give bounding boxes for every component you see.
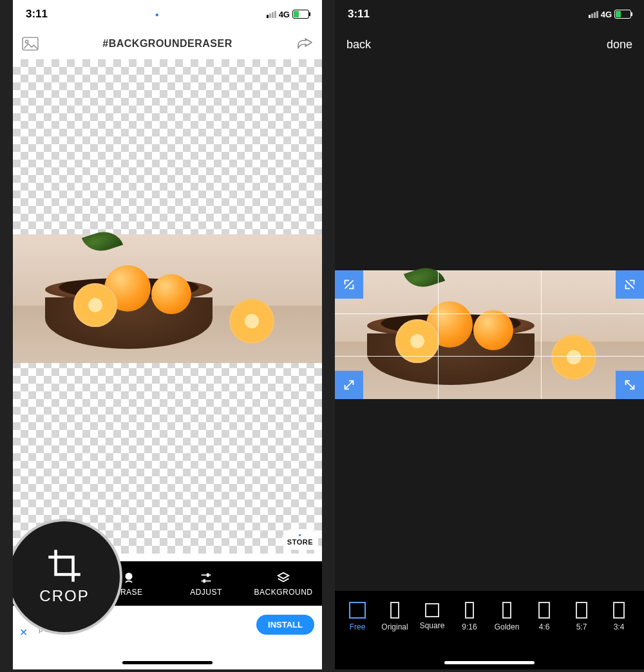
status-network: 4G bbox=[279, 10, 290, 19]
crop-icon bbox=[47, 548, 82, 583]
status-time: 3:11 bbox=[26, 8, 48, 21]
status-right: 4G bbox=[267, 10, 309, 19]
ratio-icon bbox=[502, 602, 511, 619]
svg-rect-3 bbox=[207, 574, 209, 577]
crop-handle-bottom-left[interactable] bbox=[335, 371, 363, 399]
ratio-icon bbox=[465, 602, 474, 619]
battery-icon bbox=[614, 10, 631, 19]
ratio-icon bbox=[349, 602, 366, 619]
crop-nav: back done bbox=[335, 28, 644, 61]
ratio-icon bbox=[425, 603, 439, 617]
crop-image-area[interactable] bbox=[335, 270, 644, 399]
tab-label: ADJUST bbox=[190, 588, 222, 597]
screenshot-left: 3:11 ● 4G #BACKGROUNDERASER bbox=[13, 0, 322, 669]
ratio-label: 4:6 bbox=[539, 622, 550, 631]
ratio-golden[interactable]: Golden bbox=[488, 602, 526, 631]
image-icon bbox=[22, 37, 39, 51]
ratio-free[interactable]: Free bbox=[339, 602, 376, 631]
ratio-label: 3:4 bbox=[614, 622, 625, 631]
layers-icon bbox=[276, 571, 290, 585]
ratio-icon bbox=[576, 602, 587, 619]
share-button[interactable] bbox=[295, 35, 314, 52]
status-right: 4G bbox=[589, 10, 631, 19]
tab-background[interactable]: BACKGROUND bbox=[245, 561, 322, 606]
app-title: #BACKGROUNDERASER bbox=[102, 38, 232, 50]
crop-handle-bottom-right[interactable] bbox=[616, 371, 644, 399]
status-bar: 3:11 ● 4G bbox=[13, 0, 322, 28]
erase-icon bbox=[122, 571, 136, 585]
tab-label: BACKGROUND bbox=[254, 588, 312, 597]
crop-handle-top-left[interactable] bbox=[335, 270, 363, 299]
home-indicator[interactable] bbox=[444, 661, 535, 664]
recording-dot-icon: ● bbox=[155, 11, 159, 18]
battery-icon bbox=[292, 10, 309, 19]
ratio-icon bbox=[613, 602, 625, 619]
svg-rect-4 bbox=[203, 579, 205, 583]
ratio-label: Golden bbox=[495, 622, 520, 631]
ad-close-icon[interactable]: ✕ bbox=[19, 626, 28, 639]
home-indicator[interactable] bbox=[122, 661, 213, 664]
editor-canvas[interactable]: STORE bbox=[13, 59, 322, 554]
aspect-ratio-bar[interactable]: Free Original Square 9:16 Golden 4:6 bbox=[335, 591, 644, 642]
screenshot-right: 3:11 4G back done bbox=[335, 0, 644, 669]
crop-callout-label: CROP bbox=[39, 587, 89, 605]
signal-icon bbox=[267, 11, 276, 18]
ratio-label: Free bbox=[350, 622, 366, 631]
ratio-5-7[interactable]: 5:7 bbox=[563, 602, 600, 631]
back-button[interactable]: back bbox=[346, 38, 371, 51]
image-on-canvas[interactable] bbox=[13, 234, 322, 363]
status-bar: 3:11 4G bbox=[335, 0, 644, 28]
done-button[interactable]: done bbox=[607, 38, 632, 51]
crop-handle-top-right[interactable] bbox=[616, 270, 644, 299]
ratio-label: Square bbox=[420, 621, 445, 630]
ratio-8-1[interactable]: 8:1 bbox=[638, 602, 644, 631]
ratio-4-6[interactable]: 4:6 bbox=[526, 602, 563, 631]
signal-icon bbox=[589, 11, 598, 18]
status-network: 4G bbox=[601, 10, 612, 19]
ratio-label: Original bbox=[381, 622, 408, 631]
gallery-button[interactable] bbox=[21, 35, 40, 52]
ratio-3-4[interactable]: 3:4 bbox=[600, 602, 638, 631]
svg-point-2 bbox=[126, 573, 133, 580]
ratio-square[interactable]: Square bbox=[413, 603, 451, 630]
share-icon bbox=[296, 37, 313, 51]
ratio-9-16[interactable]: 9:16 bbox=[451, 602, 488, 631]
ratio-label: 9:16 bbox=[462, 622, 477, 631]
ratio-icon bbox=[538, 602, 550, 619]
svg-point-1 bbox=[25, 41, 28, 43]
ratio-original[interactable]: Original bbox=[376, 602, 413, 631]
app-header: #BACKGROUNDERASER bbox=[13, 28, 322, 60]
ratio-label: 5:7 bbox=[576, 622, 587, 631]
ratio-icon bbox=[390, 602, 399, 619]
tab-adjust[interactable]: ADJUST bbox=[167, 561, 245, 606]
store-badge[interactable]: STORE bbox=[282, 529, 318, 550]
sliders-icon bbox=[199, 571, 213, 585]
status-time: 3:11 bbox=[348, 8, 370, 21]
ad-install-button[interactable]: INSTALL bbox=[256, 615, 314, 635]
